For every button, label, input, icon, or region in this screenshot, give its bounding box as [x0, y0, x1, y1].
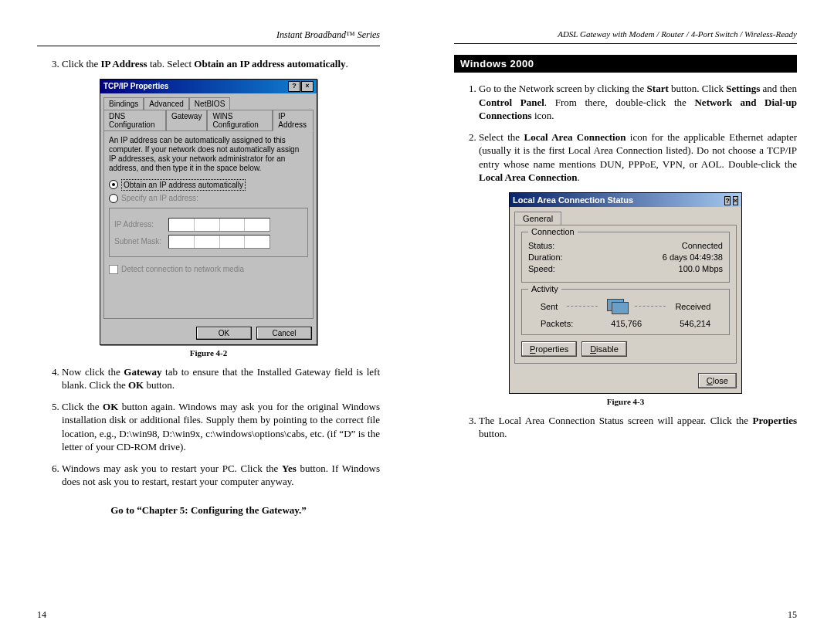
ok-button[interactable]: OK — [196, 327, 252, 340]
figure-4-2: TCP/IP Properties ? × Bindings Advanced … — [37, 79, 380, 358]
left-steps-b: Now click the Gateway tab to ensure that… — [37, 365, 380, 489]
ip-address-label: IP Address: — [114, 220, 164, 229]
packets-label: Packets: — [541, 319, 573, 328]
disable-button[interactable]: Disable — [581, 341, 627, 357]
left-header: Instant Broadband™ Series — [37, 29, 380, 41]
group-legend: Activity — [528, 284, 561, 293]
dash-icon — [567, 306, 598, 307]
duration-value: 6 days 04:49:38 — [663, 253, 723, 262]
properties-button[interactable]: Properties — [521, 341, 577, 357]
connection-group: Connection Status:Connected Duration:6 d… — [521, 232, 730, 283]
tab-bar: Bindings Advanced NetBIOS DNS Configurat… — [100, 93, 317, 130]
page-number-right: 15 — [788, 609, 797, 621]
duration-label: Duration: — [528, 253, 563, 262]
dash-icon — [635, 306, 666, 307]
tab-general[interactable]: General — [514, 212, 561, 225]
step-6: Windows may ask you to restart your PC. … — [62, 462, 380, 489]
page-number-left: 14 — [37, 609, 46, 621]
dialog-titlebar: TCP/IP Properties ? × — [100, 80, 317, 93]
subnet-mask-input[interactable] — [168, 235, 270, 249]
speed-value: 100.0 Mbps — [679, 264, 723, 273]
step-5: Click the OK button again. Windows may a… — [62, 400, 380, 454]
figure-4-3: Local Area Connection Status ? × General… — [454, 192, 797, 406]
group-legend: Connection — [528, 227, 578, 236]
ip-group: IP Address: Subnet Mask: — [109, 208, 308, 257]
lan-status-dialog: Local Area Connection Status ? × General… — [509, 192, 742, 394]
section-title: Windows 2000 — [454, 55, 797, 73]
help-icon[interactable]: ? — [288, 81, 300, 92]
close-button[interactable]: Close — [698, 373, 737, 388]
right-page: ADSL Gateway with Modem / Router / 4-Por… — [417, 0, 834, 644]
step-4: Now click the Gateway tab to ensure that… — [62, 365, 380, 392]
radio-icon — [109, 180, 118, 189]
tab-advanced[interactable]: Advanced — [144, 97, 188, 110]
left-page: Instant Broadband™ Series Click the IP A… — [0, 0, 417, 644]
tab-dns[interactable]: DNS Configuration — [103, 110, 166, 131]
close-row: Close — [510, 368, 741, 393]
detect-label: Detect connection to network media — [121, 265, 244, 273]
radio-label: Obtain an IP address automatically — [121, 179, 246, 191]
divider — [454, 43, 797, 44]
step-3: Click the IP Address tab. Select Obtain … — [62, 57, 380, 71]
ip-address-row: IP Address: — [114, 218, 303, 232]
tab-gateway[interactable]: Gateway — [166, 110, 207, 131]
step-3: The Local Area Connection Status screen … — [479, 414, 797, 441]
figure-4-3-caption: Figure 4-3 — [454, 397, 797, 406]
dialog-title: Local Area Connection Status — [513, 195, 633, 205]
right-steps-a: Go to the Network screen by clicking the… — [454, 82, 797, 185]
dialog-buttons: OK Cancel — [100, 322, 317, 344]
step-2: Select the Local Area Connection icon fo… — [479, 130, 797, 185]
detect-row: Detect connection to network media — [109, 265, 308, 274]
tab-wins[interactable]: WINS Configuration — [207, 110, 273, 131]
close-icon[interactable]: × — [301, 81, 314, 92]
radio-icon — [109, 194, 118, 203]
figure-4-2-caption: Figure 4-2 — [37, 348, 380, 358]
tab-pane: Connection Status:Connected Duration:6 d… — [514, 225, 737, 364]
subnet-mask-row: Subnet Mask: — [114, 235, 303, 249]
packets-sent: 415,766 — [611, 319, 642, 328]
checkbox-icon[interactable] — [109, 265, 118, 274]
right-header: ADSL Gateway with Modem / Router / 4-Por… — [454, 29, 797, 39]
help-icon[interactable]: ? — [724, 196, 731, 205]
sent-label: Sent — [541, 302, 558, 311]
packets-received: 546,214 — [680, 319, 710, 328]
subnet-mask-label: Subnet Mask: — [114, 237, 164, 246]
go-to-chapter-link: Go to “Chapter 5: Configuring the Gatewa… — [37, 504, 380, 517]
speed-label: Speed: — [528, 264, 555, 273]
received-label: Received — [675, 302, 710, 311]
tcpip-properties-dialog: TCP/IP Properties ? × Bindings Advanced … — [100, 79, 317, 345]
ip-address-input[interactable] — [168, 218, 270, 232]
right-steps-b: The Local Area Connection Status screen … — [454, 414, 797, 441]
dialog-titlebar: Local Area Connection Status ? × — [510, 193, 741, 207]
status-label: Status: — [528, 241, 554, 250]
network-icon — [607, 299, 626, 314]
radio-obtain-auto[interactable]: Obtain an IP address automatically — [109, 179, 308, 191]
cancel-button[interactable]: Cancel — [256, 327, 312, 340]
button-row: Properties Disable — [521, 341, 730, 357]
tab-bar: General — [510, 207, 741, 225]
info-text: An IP address can be automatically assig… — [109, 136, 308, 173]
tab-netbios[interactable]: NetBIOS — [189, 97, 230, 110]
radio-label: Specify an IP address: — [121, 194, 198, 202]
left-steps-a: Click the IP Address tab. Select Obtain … — [37, 57, 380, 71]
dialog-title: TCP/IP Properties — [103, 82, 168, 90]
divider — [37, 46, 380, 46]
step-1: Go to the Network screen by clicking the… — [479, 82, 797, 123]
status-value: Connected — [682, 241, 723, 250]
tab-bindings[interactable]: Bindings — [103, 97, 144, 110]
activity-group: Activity Sent Received Packets: 415,766 — [521, 289, 730, 335]
radio-specify[interactable]: Specify an IP address: — [109, 194, 308, 203]
tab-ipaddress[interactable]: IP Address — [273, 110, 314, 131]
tab-pane: An IP address can be automatically assig… — [103, 130, 314, 319]
close-icon[interactable]: × — [733, 196, 738, 205]
